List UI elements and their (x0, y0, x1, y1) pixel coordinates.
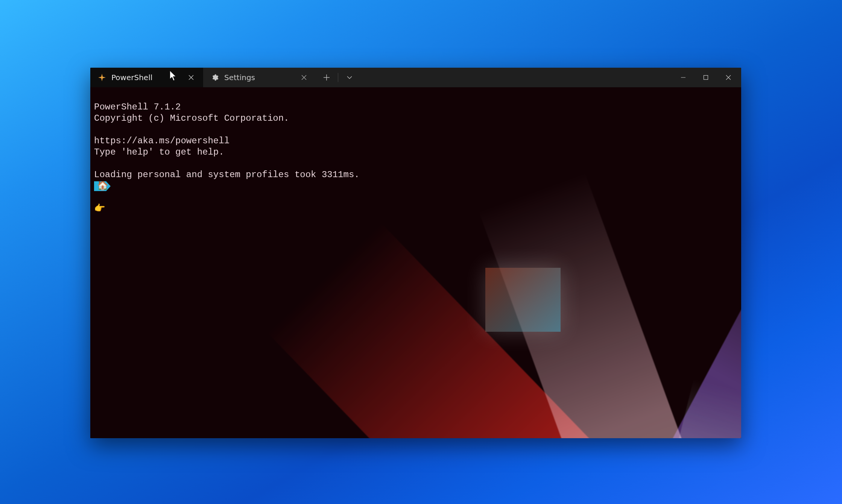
terminal-window: PowerShell Settings (90, 68, 741, 438)
titlebar-drag-region[interactable] (360, 68, 672, 87)
tab-powershell[interactable]: PowerShell (90, 68, 203, 87)
terminal-line: https://aka.ms/powershell (94, 136, 229, 146)
maximize-button[interactable] (695, 69, 717, 86)
terminal-line: PowerShell 7.1.2 (94, 102, 181, 112)
pointing-hand-icon: 👉 (94, 203, 105, 214)
terminal-line: Loading personal and system profiles too… (94, 170, 360, 180)
tab-settings[interactable]: Settings (203, 68, 316, 87)
close-tab-button[interactable] (299, 73, 309, 82)
prompt-cursor-line[interactable]: 👉 (94, 203, 105, 214)
powershell-sparkle-icon (98, 73, 106, 82)
tab-label: PowerShell (111, 73, 152, 82)
tab-actions (316, 68, 360, 87)
new-tab-button[interactable] (318, 69, 335, 86)
close-tab-button[interactable] (187, 73, 196, 82)
house-icon: 🏠 (97, 181, 108, 192)
desktop-background: PowerShell Settings (0, 0, 842, 504)
tab-label: Settings (224, 73, 255, 82)
tab-dropdown-button[interactable] (341, 69, 358, 86)
terminal-output: PowerShell 7.1.2 Copyright (c) Microsoft… (90, 87, 741, 229)
close-window-button[interactable] (717, 69, 740, 86)
window-controls (672, 68, 741, 87)
terminal-line: Copyright (c) Microsoft Corporation. (94, 113, 289, 123)
separator (338, 73, 338, 82)
minimize-button[interactable] (672, 69, 695, 86)
svg-rect-0 (704, 76, 708, 80)
titlebar[interactable]: PowerShell Settings (90, 68, 741, 87)
prompt-segment-home: 🏠 (94, 181, 111, 191)
terminal-line: Type 'help' to get help. (94, 147, 224, 157)
mouse-cursor (169, 71, 178, 81)
gear-icon (211, 73, 219, 82)
terminal-pane[interactable]: PowerShell 7.1.2 Copyright (c) Microsoft… (90, 87, 741, 438)
prompt-line: 🏠 (94, 181, 737, 192)
